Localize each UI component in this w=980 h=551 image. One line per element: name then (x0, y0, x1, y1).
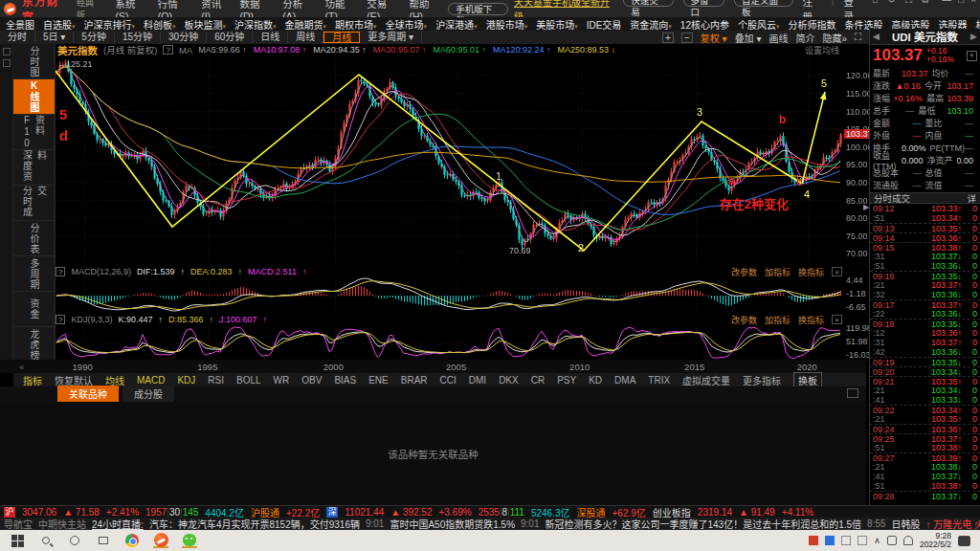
draw-line-button[interactable]: 画线 (768, 31, 788, 45)
sz-connect-label[interactable]: 深股通 (577, 505, 606, 518)
task-view-icon[interactable] (96, 533, 111, 548)
trade-detail-link[interactable]: 详 (967, 191, 976, 205)
period-tab[interactable]: 5日 ▾ (35, 32, 74, 43)
close-pane-icon[interactable]: × (832, 315, 842, 324)
nav-item[interactable]: 港股市场▾ (486, 17, 528, 31)
indicator-tab[interactable]: BRAR (401, 375, 428, 386)
expand-icon[interactable]: ⛶ (855, 32, 861, 43)
indicator-tab[interactable]: CCI (440, 375, 457, 386)
nav-item[interactable]: 分析师指数 (789, 17, 836, 31)
ticker-item[interactable]: 富时中国A50指数期货跌1.5% (390, 518, 515, 530)
hide-button[interactable]: 隐藏» (822, 31, 847, 45)
chinext-label[interactable]: 创业板指 (653, 505, 691, 518)
nav-item[interactable]: 12核心内参 (680, 17, 729, 31)
nav-item[interactable]: IDE交易 (587, 17, 622, 31)
indicator-tab[interactable]: KD (589, 375, 602, 386)
multi-window-button[interactable]: 多窗口 (683, 0, 724, 7)
tab-constituents[interactable]: 成分股 (122, 386, 174, 402)
period-tab[interactable]: 30分钟 (161, 32, 207, 43)
indicator-tab[interactable]: 更多指标 (743, 373, 781, 387)
sh-connect-label[interactable]: 沪股通 (251, 505, 279, 518)
nav-item[interactable]: 资金流向▾ (630, 17, 672, 31)
period-tab[interactable]: 更多周期 ▾ (360, 32, 422, 43)
mini-chart-icon[interactable] (3, 48, 11, 55)
side-tab[interactable]: 资金 (13, 292, 55, 327)
side-tab[interactable]: 分时图 (13, 44, 55, 79)
cortana-icon[interactable] (67, 533, 82, 548)
custom-panel-button[interactable]: 自定义面板 (734, 0, 793, 7)
indicator-tab[interactable]: DMA (614, 375, 635, 386)
mini-grid-icon[interactable] (3, 59, 11, 67)
tray-app-icon[interactable] (825, 536, 835, 545)
adjust-dropdown[interactable]: 复权 ▾ (701, 31, 727, 45)
macd-canvas[interactable] (56, 277, 842, 312)
side-tab[interactable]: 分时成交 (13, 186, 55, 221)
zoom-in-button[interactable]: + (662, 33, 674, 43)
taskbar-clock[interactable]: 9:28 2022/5/2 (920, 532, 951, 549)
indicator-tab[interactable]: 换板 (793, 372, 822, 388)
network-icon[interactable] (887, 536, 897, 545)
ma-settings-link[interactable]: 设置均线 (805, 44, 839, 56)
help-icon[interactable]: ? (56, 267, 65, 276)
nav-item[interactable]: 个股风云▾ (738, 17, 780, 31)
indicator-tab[interactable]: MACD (137, 375, 165, 386)
tray-app-icon[interactable] (809, 536, 818, 545)
change-indicator-link[interactable]: 换指标 (798, 314, 824, 326)
indicator-tab[interactable]: 虚拟成交量 (682, 373, 730, 387)
nav-item[interactable]: 美股市场▾ (536, 17, 578, 31)
ticker-item[interactable]: ↑ 万隆光电 火箭发射 (926, 518, 980, 530)
kdj-canvas[interactable] (56, 325, 842, 360)
nav-item[interactable]: 板块监测▾ (185, 17, 227, 31)
ticker-item[interactable]: 汽车：神龙汽车4月实现开票8152辆，交付9316辆 (149, 518, 360, 530)
nav-item[interactable]: 沪深港通▾ (435, 17, 478, 31)
tray-expand-icon[interactable]: ∧ (874, 536, 880, 545)
indicator-tab[interactable]: DKX (499, 375, 519, 386)
add-indicator-link[interactable]: 加指标 (765, 314, 791, 326)
speaker-icon[interactable] (903, 536, 913, 545)
indicator-tab[interactable]: DMI (469, 375, 486, 386)
help-icon[interactable]: ? (163, 45, 172, 55)
next-symbol-arrow[interactable]: ▶ (970, 32, 977, 41)
indicator-tab[interactable]: KDJ (177, 375, 195, 386)
indicator-tab[interactable]: ENE (368, 375, 389, 386)
indicator-tab[interactable]: PSY (557, 375, 576, 386)
sz-index-value[interactable]: 11021.44 (345, 507, 384, 518)
nav-item[interactable]: 金融期货▾ (285, 17, 327, 31)
panel-window-icon[interactable] (847, 388, 858, 398)
start-button[interactable] (10, 533, 25, 548)
tray-app-icon[interactable] (858, 536, 867, 545)
edit-params-link[interactable]: 改参数 (731, 314, 757, 326)
side-tab[interactable]: K线图 (13, 79, 55, 115)
side-tab[interactable]: 龙虎榜 (13, 327, 55, 363)
nav-item[interactable]: 科创板▾ (144, 17, 176, 31)
ticker-item[interactable]: 导航宝 (4, 518, 33, 530)
collapse-icon[interactable]: « (19, 362, 24, 372)
period-tab[interactable]: 5分钟 (74, 32, 115, 43)
indicator-tab[interactable]: BIAS (334, 375, 356, 386)
overlay-dropdown[interactable]: 叠加 ▾ (735, 31, 762, 45)
prev-symbol-arrow[interactable]: ◀ (873, 32, 880, 41)
chrome-icon[interactable] (124, 533, 140, 548)
tray-app-icon[interactable] (841, 536, 851, 545)
side-tab[interactable]: 多周期 (13, 256, 55, 292)
candlestick-chart[interactable]: ←125.215d170.692345abc存在2种变化 (56, 55, 842, 264)
nav-item[interactable]: 期权市场▾ (335, 17, 377, 31)
period-tab[interactable]: 60分钟 (207, 32, 253, 43)
add-indicator-link[interactable]: 加指标 (765, 266, 791, 278)
brief-button[interactable]: 简介 (795, 31, 814, 45)
indicator-tab[interactable]: 指标 (23, 373, 42, 387)
nav-item[interactable]: 全球市场▾ (386, 17, 428, 31)
quick-trade-button[interactable]: 快速交易 (623, 0, 673, 7)
phone-download-button[interactable]: 手机版下载 (448, 3, 508, 15)
nav-item[interactable]: 沪深京排行▾ (84, 17, 136, 31)
indicator-tab[interactable]: TRIX (648, 375, 670, 386)
side-tab[interactable]: F10资料 (13, 115, 55, 150)
indicator-tab[interactable]: RSI (208, 375, 224, 386)
period-tab[interactable]: 15分钟 (115, 32, 161, 43)
wechat-taskbar-icon[interactable] (182, 533, 197, 548)
side-tab[interactable]: 分价表 (13, 221, 55, 256)
period-tab[interactable]: 日线 (253, 32, 288, 43)
side-tab[interactable]: 深度资料 (13, 150, 55, 186)
indicator-tab[interactable]: OBV (301, 375, 322, 386)
indicator-tab[interactable]: WR (274, 375, 290, 386)
